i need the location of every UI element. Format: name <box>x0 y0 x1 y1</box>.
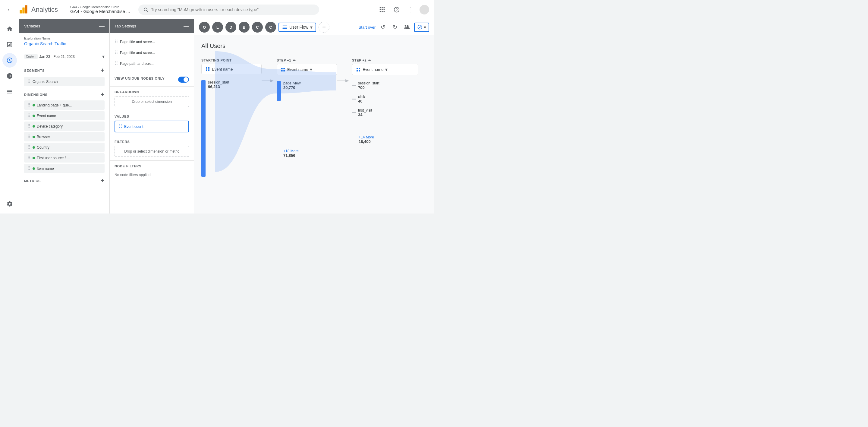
undo-button[interactable]: ↺ <box>378 22 388 32</box>
nav-configure[interactable] <box>2 85 17 99</box>
segments-section-title: SEGMENTS + <box>19 63 110 76</box>
page-item-2[interactable]: ⠿ Page title and scree... <box>115 47 189 58</box>
flow-title: All Users <box>201 42 427 50</box>
add-dimension-button[interactable]: + <box>101 91 104 98</box>
tab-settings-header: Tab Settings — <box>110 19 194 33</box>
step2-more[interactable]: +14 More 18,400 <box>359 135 418 144</box>
step1-chevron-icon: ▾ <box>310 67 312 72</box>
step2-session-start-text: session_start 700 <box>358 81 379 90</box>
step2-dash-icon <box>352 112 356 113</box>
nav-reports[interactable] <box>2 37 17 52</box>
search-bar[interactable] <box>138 4 319 15</box>
help-icon-button[interactable]: ? <box>391 4 403 16</box>
dim-first-user-source[interactable]: ⠿ First user source / ... <box>24 153 104 162</box>
app-name: Analytics <box>31 6 58 13</box>
svg-marker-29 <box>345 79 349 82</box>
step2-selector-icon <box>356 67 361 72</box>
starting-node: session_start 96,213 <box>201 80 261 177</box>
variables-minimize-icon[interactable]: — <box>99 23 104 29</box>
share-button[interactable] <box>402 22 412 32</box>
starting-node-text: session_start 96,213 <box>208 80 229 89</box>
page-item-1[interactable]: ⠿ Page title and scree... <box>115 36 189 47</box>
back-button[interactable]: ← <box>5 5 14 14</box>
view-unique-nodes-toggle[interactable] <box>178 77 189 83</box>
starting-point-column: STARTING POINT Event name session_start <box>201 57 261 177</box>
svg-rect-10 <box>384 9 385 10</box>
save-chevron-icon[interactable]: ▾ <box>424 24 426 30</box>
svg-rect-11 <box>380 11 381 12</box>
nav-settings[interactable] <box>2 196 17 211</box>
dim-browser[interactable]: ⠿ Browser <box>24 132 104 142</box>
dim-landing-page[interactable]: ⠿ Landing page + que... <box>24 100 104 110</box>
svg-rect-7 <box>384 7 385 8</box>
no-filters-text: No node filters applied. <box>115 171 189 179</box>
green-dot-icon <box>33 146 35 149</box>
date-row[interactable]: Custom Jan 23 - Feb 21, 2023 ▾ <box>24 54 104 59</box>
filters-label: FILTERS <box>115 140 189 144</box>
start-over-button[interactable]: Start over <box>359 25 375 30</box>
tab-o[interactable]: O <box>199 22 210 33</box>
date-badge: Custom <box>24 54 38 59</box>
segment-organic-search[interactable]: ⠿ Organic Search <box>24 77 104 86</box>
step2-items: session_start 700 click 40 <box>352 81 418 144</box>
flow-arrow-1 <box>261 57 277 85</box>
dimensions-section-title: DIMENSIONS + <box>19 87 110 100</box>
dim-item-name[interactable]: ⠿ Item name <box>24 164 104 173</box>
starting-node-bar <box>201 80 206 177</box>
step2-selector[interactable]: Event name ▾ <box>352 64 418 75</box>
svg-line-4 <box>147 10 148 12</box>
tab-d[interactable]: D <box>225 22 236 33</box>
dim-event-name[interactable]: ⠿ Event name <box>24 111 104 120</box>
drag-handle-icon: ⠿ <box>115 39 118 44</box>
step2-header: STEP +2 ✏ <box>352 57 418 64</box>
tab-l[interactable]: L <box>212 22 223 33</box>
tab-c1[interactable]: C <box>252 22 263 33</box>
step1-more[interactable]: +18 More 71,856 <box>283 149 337 158</box>
redo-button[interactable]: ↻ <box>390 22 400 32</box>
add-tab-button[interactable]: + <box>318 22 330 33</box>
add-segment-button[interactable]: + <box>101 67 104 74</box>
drag-handle-icon: ⠿ <box>27 165 31 171</box>
search-input[interactable] <box>151 7 315 12</box>
svg-rect-5 <box>380 7 381 8</box>
page-item-3[interactable]: ⠿ Page path and scre... <box>115 58 189 69</box>
dim-device-category[interactable]: ⠿ Device category <box>24 122 104 131</box>
user-avatar[interactable] <box>420 5 429 14</box>
starting-point-selector[interactable]: Event name <box>201 64 261 74</box>
variables-title: Variables <box>24 24 40 28</box>
nav-explore[interactable] <box>2 53 17 67</box>
grid-icon-button[interactable] <box>376 4 388 16</box>
dim-country[interactable]: ⠿ Country <box>24 143 104 152</box>
active-tab-label: User Flow <box>289 25 308 30</box>
svg-rect-26 <box>281 70 283 71</box>
event-count-chip[interactable]: ⠿ Event count <box>115 121 189 132</box>
step1-pageview-bar <box>277 81 281 101</box>
step1-selector[interactable]: Event name ▾ <box>277 64 337 75</box>
more-menu-button[interactable]: ⋮ <box>405 4 417 16</box>
svg-marker-23 <box>270 79 274 82</box>
svg-rect-20 <box>206 69 207 71</box>
save-status-button[interactable]: ▾ <box>414 23 429 32</box>
tab-right-actions: Start over ↺ ↻ ▾ <box>359 22 429 32</box>
add-metric-button[interactable]: + <box>101 177 104 184</box>
step2-chevron-icon: ▾ <box>385 67 388 72</box>
tab-c2[interactable]: C <box>265 22 276 33</box>
tab-b[interactable]: B <box>239 22 250 33</box>
breakdown-drop-zone[interactable]: Drop or select dimension <box>115 96 189 107</box>
tab-chevron-icon[interactable]: ▾ <box>310 24 313 30</box>
svg-rect-12 <box>381 11 383 12</box>
filters-drop-zone[interactable]: Drop or select dimension or metric <box>115 146 189 157</box>
arrow-icon <box>261 77 274 85</box>
date-chevron-icon[interactable]: ▾ <box>102 54 104 59</box>
step2-edit-icon[interactable]: ✏ <box>368 59 371 62</box>
filters-section: FILTERS Drop or select dimension or metr… <box>110 136 194 161</box>
drag-handle-icon: ⠿ <box>27 145 31 150</box>
view-unique-nodes-section: VIEW UNIQUE NODES ONLY <box>110 73 194 87</box>
step1-header: STEP +1 ✏ <box>277 57 337 64</box>
nav-home[interactable] <box>2 22 17 36</box>
exploration-name-value[interactable]: Organic Search Traffic <box>24 41 104 46</box>
nav-advertising[interactable] <box>2 69 17 83</box>
step1-edit-icon[interactable]: ✏ <box>293 59 296 62</box>
tab-settings-minimize-icon[interactable]: — <box>184 23 189 29</box>
active-tab-user-flow[interactable]: User Flow ▾ <box>278 23 316 32</box>
